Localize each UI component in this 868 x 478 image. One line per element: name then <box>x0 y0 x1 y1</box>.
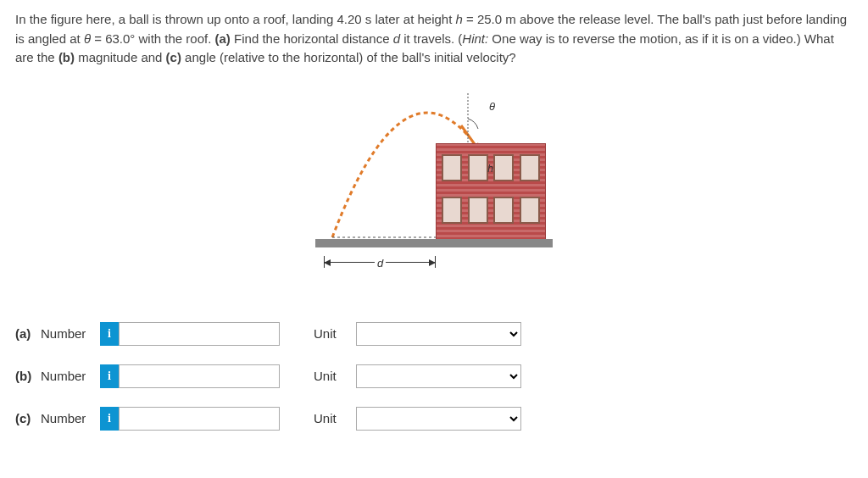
info-icon[interactable]: i <box>100 322 119 346</box>
physics-figure: d h θ <box>315 85 553 271</box>
info-icon[interactable]: i <box>100 364 119 388</box>
unit-label: Unit <box>314 369 356 383</box>
figure-container: d h θ <box>15 85 853 271</box>
h-label: h <box>487 163 493 175</box>
hint-label: Hint: <box>462 31 488 46</box>
ground-graphic <box>315 239 553 247</box>
variable-d: d <box>393 31 400 46</box>
number-label: Number <box>41 369 100 383</box>
info-icon[interactable]: i <box>100 407 119 431</box>
text-segment: magnitude and <box>75 50 166 64</box>
d-label: d <box>375 257 386 270</box>
part-a-marker: (a) <box>215 31 231 46</box>
problem-statement: In the figure here, a ball is thrown up … <box>15 10 853 68</box>
theta-label: θ <box>489 100 495 113</box>
part-c-marker: (c) <box>166 50 181 64</box>
window-icon <box>493 154 514 181</box>
window-icon <box>493 197 514 224</box>
unit-select-a[interactable] <box>356 322 521 346</box>
number-label: Number <box>41 411 100 425</box>
window-icon <box>468 154 488 181</box>
text-segment: angle (relative to the horizontal) of th… <box>181 50 516 64</box>
unit-label: Unit <box>314 411 356 425</box>
number-input-a[interactable] <box>119 322 280 346</box>
part-label: (b) <box>15 369 41 383</box>
part-label: (c) <box>15 411 41 425</box>
text-segment: In the figure here, a ball is thrown up … <box>15 12 456 26</box>
number-input-b[interactable] <box>119 364 280 388</box>
window-icon <box>442 154 462 181</box>
unit-label: Unit <box>314 326 356 341</box>
text-segment: = 63.0° with the roof. <box>91 31 215 46</box>
window-icon <box>520 197 540 224</box>
building-graphic <box>436 143 546 241</box>
answer-section: (a) Number i Unit (b) Number i Unit (c) … <box>15 322 853 431</box>
answer-row-c: (c) Number i Unit <box>15 407 853 431</box>
text-segment: Find the horizontal distance <box>231 31 393 46</box>
answer-row-a: (a) Number i Unit <box>15 322 853 346</box>
number-label: Number <box>41 326 100 341</box>
part-label: (a) <box>15 326 41 341</box>
window-icon <box>520 154 540 181</box>
text-segment: it travels. ( <box>400 31 462 46</box>
unit-select-c[interactable] <box>356 407 521 431</box>
unit-select-b[interactable] <box>356 364 521 388</box>
window-icon <box>442 197 462 224</box>
part-b-marker: (b) <box>58 50 75 64</box>
answer-row-b: (b) Number i Unit <box>15 364 853 388</box>
number-input-c[interactable] <box>119 407 280 431</box>
window-icon <box>468 197 488 224</box>
variable-h: h <box>456 12 463 26</box>
variable-theta: θ <box>84 31 91 46</box>
